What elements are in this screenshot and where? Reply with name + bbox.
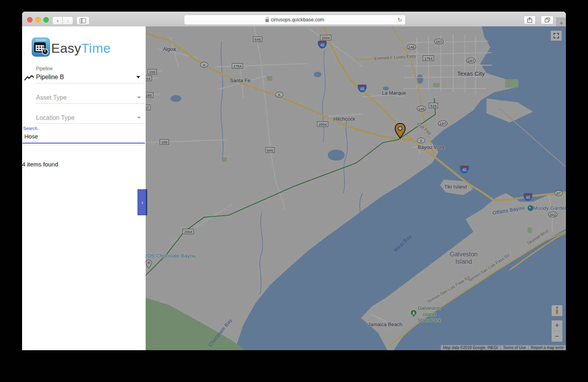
zoom-window-button[interactable] bbox=[43, 17, 49, 22]
road-shield: 342 bbox=[548, 212, 557, 218]
road-shield: 197 bbox=[466, 58, 476, 64]
road-shield: 6 bbox=[417, 138, 425, 143]
search-label: Search.. bbox=[23, 126, 40, 131]
road-shield: 87 bbox=[555, 190, 563, 196]
terms-of-use-link[interactable]: Terms of Use bbox=[501, 345, 528, 350]
search-input[interactable] bbox=[24, 133, 141, 140]
close-window-button[interactable] bbox=[27, 17, 33, 22]
panel-expander-button[interactable]: › bbox=[138, 189, 147, 215]
road-shield: 519 bbox=[429, 103, 438, 108]
road-shield: 646 bbox=[253, 36, 262, 42]
app-title-easy: Easy bbox=[51, 41, 81, 55]
eos-marker-pin[interactable] bbox=[146, 259, 152, 270]
report-map-error-link[interactable]: Report a map error bbox=[529, 345, 566, 350]
chevron-down-icon[interactable] bbox=[137, 117, 141, 119]
road-shield: 1764 bbox=[423, 55, 434, 61]
browser-titlebar: ‹ › cirrusops.quickbase.com ↻ bbox=[22, 12, 566, 27]
road-shield: 6 bbox=[200, 62, 208, 68]
sidebar-icon bbox=[80, 18, 86, 23]
map-attribution: Map data ©2018 Google, INEGITerms of Use… bbox=[440, 345, 566, 350]
map-data-credit: Map data ©2018 Google, INEGI bbox=[441, 345, 500, 350]
map-label: Santa Fe bbox=[230, 78, 251, 84]
road-shield: 6 bbox=[275, 92, 284, 98]
road-shield: 1764 bbox=[232, 63, 243, 69]
map-label: Galveston Island State Park bbox=[418, 305, 441, 323]
divider bbox=[36, 123, 145, 124]
map-marker-pin[interactable] bbox=[394, 123, 406, 140]
divider bbox=[36, 103, 145, 104]
app-title: EasyTime bbox=[51, 41, 111, 56]
zoom-out-button[interactable]: − bbox=[552, 331, 562, 342]
fullscreen-button[interactable] bbox=[551, 31, 562, 41]
road-shield: 646 bbox=[265, 147, 275, 153]
chevron-down-icon[interactable] bbox=[136, 76, 140, 78]
map-label: Galveston Island bbox=[450, 251, 478, 265]
pipeline-select[interactable]: Pipeline B bbox=[36, 74, 64, 81]
map-label: Moody Garden bbox=[533, 205, 566, 211]
road-shield: 168 bbox=[160, 139, 169, 145]
back-button[interactable]: ‹ bbox=[52, 16, 63, 25]
lock-icon bbox=[265, 19, 269, 22]
road-shield: 165 bbox=[146, 92, 153, 98]
map-label: EOS Chocolate Bayou bbox=[146, 253, 196, 259]
cirrusops-badge: CirrusOps bbox=[32, 39, 50, 41]
sidebar-toggle-button[interactable] bbox=[76, 16, 89, 25]
pegman-button[interactable] bbox=[552, 305, 562, 316]
url-text: cirrusops.quickbase.com bbox=[271, 17, 324, 22]
back-icon: ‹ bbox=[57, 18, 58, 24]
road-shield: 146 bbox=[407, 44, 416, 50]
share-icon bbox=[527, 17, 532, 23]
address-bar[interactable]: cirrusops.quickbase.com ↻ bbox=[184, 15, 406, 25]
road-shield: 146 bbox=[417, 106, 426, 112]
pipeline-trend-icon bbox=[24, 74, 34, 81]
map-label: Texas City bbox=[457, 70, 485, 78]
road-shield: 2004 bbox=[182, 229, 194, 234]
road-shield: 197 bbox=[438, 121, 447, 126]
app-title-time: Time bbox=[81, 41, 111, 55]
pegman-icon bbox=[555, 306, 559, 315]
chevron-right-icon: › bbox=[141, 199, 143, 206]
road-shield: 164 bbox=[146, 76, 152, 81]
tab-overview-button[interactable] bbox=[541, 16, 554, 24]
forward-icon: › bbox=[67, 18, 69, 24]
minimize-window-button[interactable] bbox=[35, 17, 41, 22]
easytime-sidebar: CirrusOps EasyTime Pipeline Pipeline B A… bbox=[22, 26, 146, 350]
zoom-in-button[interactable]: + bbox=[552, 320, 562, 331]
road-shield: 159 bbox=[148, 69, 157, 74]
map-terrain bbox=[146, 26, 566, 350]
divider bbox=[36, 83, 145, 83]
map-label: Hitchcock bbox=[334, 116, 355, 122]
easytime-app-icon: CirrusOps bbox=[32, 38, 50, 57]
map-canvas[interactable]: + − Map data ©2018 Google, INEGITerms of… bbox=[146, 26, 566, 350]
fullscreen-icon bbox=[554, 33, 559, 38]
stopwatch-icon bbox=[42, 48, 48, 55]
results-count: 4 items found bbox=[22, 161, 58, 168]
browser-window: ‹ › cirrusops.quickbase.com ↻ bbox=[22, 12, 566, 350]
road-shield: 57 bbox=[146, 105, 150, 110]
road-shield: 2004 bbox=[320, 35, 331, 40]
screen: ‹ › cirrusops.quickbase.com ↻ bbox=[0, 0, 588, 382]
reload-button[interactable]: ↻ bbox=[397, 17, 402, 23]
map-label: Jamaica Beach bbox=[368, 322, 402, 328]
road-shield: 197 bbox=[434, 39, 444, 45]
forward-button[interactable]: › bbox=[62, 16, 73, 25]
map-label: Tiki Island bbox=[444, 184, 467, 190]
road-shield: 2004 bbox=[317, 121, 328, 127]
state-park-tree-icon[interactable] bbox=[411, 310, 417, 319]
share-button[interactable] bbox=[524, 16, 536, 24]
search-focus-underline bbox=[22, 143, 145, 143]
map-label: Bayou Vista bbox=[418, 144, 444, 150]
pipeline-label: Pipeline bbox=[36, 66, 53, 71]
map-label: Algoa bbox=[163, 46, 175, 52]
moody-garden-poi-icon[interactable] bbox=[527, 205, 534, 211]
zoom-control: + − bbox=[552, 320, 562, 342]
location-type-select[interactable]: Location Type bbox=[36, 114, 74, 121]
map-label: La Marque bbox=[382, 90, 406, 96]
tab-overview-icon bbox=[545, 17, 550, 22]
asset-type-select[interactable]: Asset Type bbox=[36, 94, 67, 101]
app-content: CirrusOps EasyTime Pipeline Pipeline B A… bbox=[22, 26, 566, 350]
chevron-down-icon[interactable] bbox=[137, 97, 141, 99]
